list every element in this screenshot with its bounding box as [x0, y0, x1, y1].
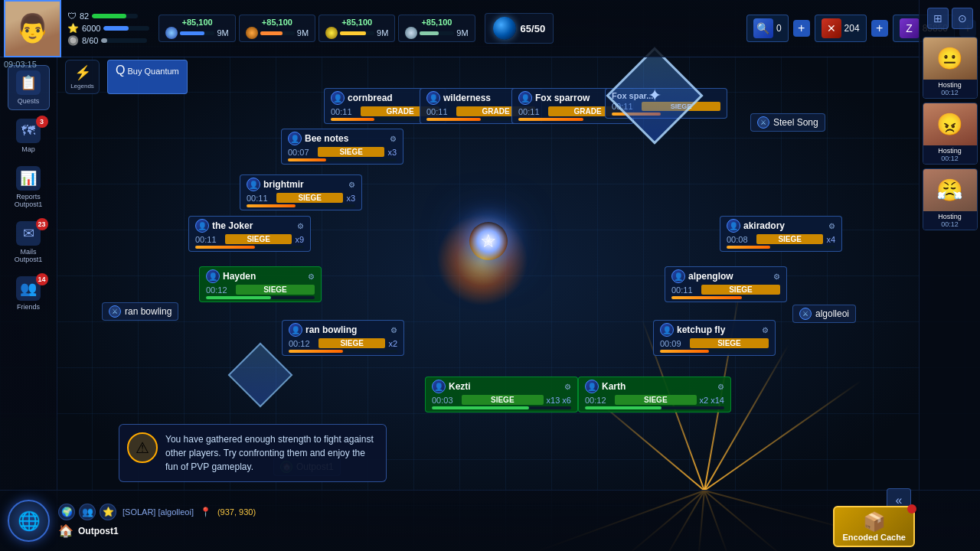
float-steel-song[interactable]: ⚔ Steel Song [750, 113, 825, 132]
cache-badge [907, 504, 916, 514]
float-ran-bowling[interactable]: ⚔ ran bowling [102, 302, 178, 321]
player-card-2[interactable]: 😠 Hosting 00:12 [923, 103, 978, 165]
blue-ctrl-btn[interactable]: 🔍 0 [746, 15, 789, 42]
stars-row: ⭐ 6000 [67, 23, 149, 34]
player-stats: 🛡 82 ⭐ 6000 🔘 8/60 [61, 8, 155, 49]
pvp-warning-popup: ⚠ You have gathered enough strength to f… [119, 424, 387, 482]
metal-icon [325, 27, 338, 39]
player-card-face-3: 😤 [923, 169, 977, 211]
red-ctrl-btn[interactable]: ✕ 204 [815, 15, 867, 42]
banner-alpenglow[interactable]: 👤 alpenglow ⚙ 00:11 SIEGE [665, 266, 787, 302]
outpost-info: 🌍 👥 ⭐ [SOLAR] [algolleoi] 📍 (937, 930) 🏠… [58, 504, 256, 538]
right-panel: ⊞ ⊙ 😐 Hosting 00:12 😠 Hosting 00:12 😤 Ho… [919, 0, 980, 551]
friends-badge: 14 [36, 273, 48, 285]
level-row: 🛡 82 [67, 11, 149, 21]
crystal-icon [165, 27, 178, 39]
center-star: ☆ [469, 222, 508, 260]
sidebar-quests[interactable]: 📋 Quests [8, 65, 50, 110]
player-card-3[interactable]: 😤 Hosting 00:12 [923, 168, 978, 230]
group-info-btn[interactable]: 👥 [79, 504, 96, 520]
map-zoom-btn[interactable]: ⊙ [952, 8, 973, 29]
banner-brightmir[interactable]: 👤 brightmir ⚙ 00:11 SIEGE x3 [240, 174, 362, 210]
map-grid-btn[interactable]: ⊞ [927, 8, 949, 29]
banner-ketchup-fly[interactable]: 👤 ketchup fly ⚙ 00:09 SIEGE [653, 320, 776, 356]
resource-gas[interactable]: +85,100 9M [398, 15, 475, 42]
resource-crystal[interactable]: +85,100 9M [158, 15, 235, 42]
reports-label: Reports Outpost1 [11, 193, 47, 208]
outpost-pulse-btn[interactable]: 🌐 [8, 500, 50, 542]
banner-kezti[interactable]: 👤 Kezti ⚙ 00:03 SIEGE x13 x6 [425, 377, 578, 412]
red-ctrl-icon: ✕ [822, 18, 841, 38]
encoded-cache-btn[interactable]: 📦 Encoded Cache [833, 506, 915, 547]
left-sidebar: 📋 Quests 🗺 Map 3 📊 Reports Outpost1 ✉ Ma… [0, 57, 57, 551]
top-bar: 👨 🛡 82 ⭐ 6000 🔘 8/60 +85,100 9M [0, 0, 980, 57]
legends-btn[interactable]: ⚡ Legends [65, 60, 100, 94]
mails-label: Mails Outpost1 [11, 248, 47, 263]
blue-ctrl-add[interactable]: + [793, 20, 810, 37]
map-badge: 3 [36, 116, 48, 128]
player-card-1[interactable]: 😐 Hosting 00:12 [923, 37, 978, 99]
red-ctrl-add[interactable]: + [871, 20, 888, 37]
buy-quantum-btn[interactable]: Q Buy Quantum [107, 60, 188, 94]
banner-ran-bowling[interactable]: 👤 ran bowling ⚙ 00:12 SIEGE x2 [282, 320, 404, 356]
banner-karth[interactable]: 👤 Karth ⚙ 00:12 SIEGE x2 x14 [578, 377, 731, 412]
top-nav-icons: ⚡ Legends Q Buy Quantum [65, 60, 188, 94]
banner-the-joker[interactable]: 👤 the Joker ⚙ 00:11 SIEGE x9 [188, 216, 311, 252]
blue-ctrl-icon: 🔍 [753, 18, 773, 38]
planet-icon [493, 17, 516, 40]
planet-resource[interactable]: 65/50 [485, 13, 554, 44]
reports-icon: 📊 [16, 166, 41, 191]
map-controls: ⊞ ⊙ [923, 4, 977, 33]
player-card-face-2: 😠 [923, 103, 977, 145]
warning-icon: ⚠ [127, 432, 158, 463]
sidebar-mails[interactable]: ✉ Mails Outpost1 23 [8, 217, 50, 268]
sidebar-map[interactable]: 🗺 Map 3 [8, 114, 50, 158]
diamond-indicator [237, 352, 283, 398]
quests-icon: 📋 [16, 70, 41, 95]
avatar-face: 👨 [5, 2, 60, 56]
ore-icon [246, 27, 258, 39]
player-icon: 👤 [331, 91, 345, 105]
planet-info-btn[interactable]: 🌍 [58, 504, 75, 520]
sidebar-friends[interactable]: 👥 Friends 14 [8, 272, 50, 315]
shields-row: 🔘 8/60 [67, 35, 149, 46]
star-info-btn[interactable]: ⭐ [100, 504, 116, 520]
outpost-label-row: 🏠 Outpost1 [58, 523, 256, 538]
sidebar-reports[interactable]: 📊 Reports Outpost1 [8, 161, 50, 213]
resource-metal[interactable]: +85,100 9M [318, 15, 395, 42]
friends-label: Friends [17, 303, 40, 311]
quests-label: Quests [18, 97, 40, 105]
player-card-face-1: 😐 [923, 37, 977, 80]
time-display: 09:03:15 [4, 60, 37, 69]
player-avatar[interactable]: 👨 [4, 0, 61, 57]
float-algolleoi[interactable]: ⚔ algolleoi [792, 305, 856, 323]
banner-hayden[interactable]: 👤 Hayden ⚙ 00:12 SIEGE [199, 266, 322, 302]
large-diamond-indicator: ✦ [620, 61, 689, 130]
map-label: Map [21, 145, 35, 153]
gas-icon [405, 27, 417, 39]
purple-ctrl-icon: Z [900, 18, 920, 38]
banner-akiradory[interactable]: 👤 akiradory ⚙ 00:08 SIEGE x4 [720, 216, 842, 252]
outpost-orbit: 🌐 [8, 500, 50, 542]
mails-badge: 23 [36, 218, 48, 230]
outpost-section: 🌐 🌍 👥 ⭐ [SOLAR] [algolleoi] 📍 (937, 930)… [8, 500, 256, 542]
resource-group: +85,100 9M +85,100 9M +85,100 9M [158, 15, 475, 42]
warning-text: You have gathered enough strength to fig… [165, 432, 378, 474]
banner-bee-notes[interactable]: 👤 Bee notes ⚙ 00:07 SIEGE x3 [281, 129, 403, 165]
resource-ore[interactable]: +85,100 9M [239, 15, 315, 42]
cache-icon: 📦 [863, 511, 886, 533]
